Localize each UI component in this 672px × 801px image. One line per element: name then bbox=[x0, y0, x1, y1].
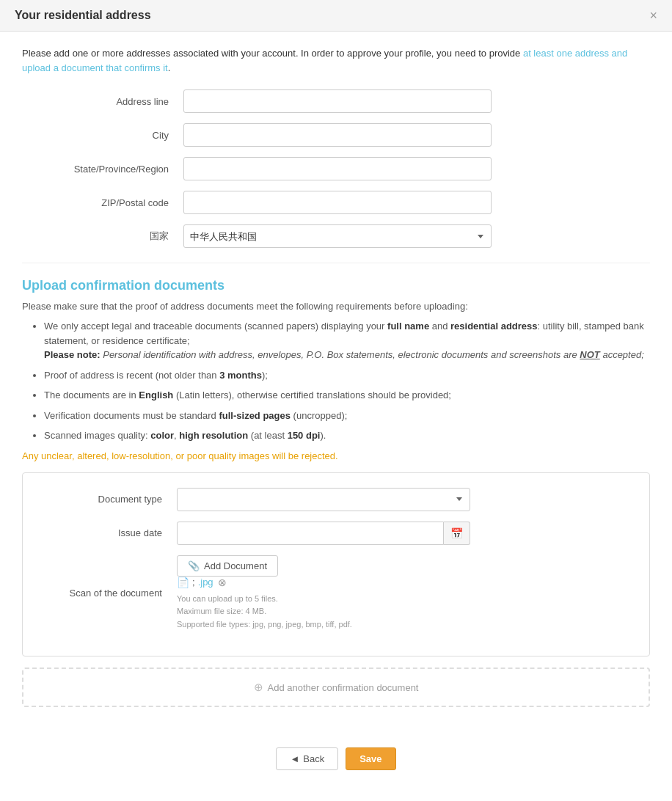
zip-label: ZIP/Postal code bbox=[22, 197, 183, 208]
save-button[interactable]: Save bbox=[346, 747, 395, 770]
requirement-item-1: We only accept legal and traceable docum… bbox=[44, 319, 650, 362]
add-document-label: Add Document bbox=[204, 560, 267, 571]
back-chevron-icon: ◄ bbox=[290, 753, 299, 764]
bold-color: color bbox=[150, 430, 174, 441]
modal-footer: ◄ Back Save bbox=[0, 736, 672, 789]
file-item: 📄 ; .jpg ⊗ bbox=[177, 577, 352, 588]
intro-text: Please add one or more addresses associa… bbox=[22, 46, 650, 75]
file-doc-icon: 📄 bbox=[177, 577, 189, 588]
state-input[interactable] bbox=[183, 157, 492, 180]
doc-type-label: Document type bbox=[45, 494, 177, 505]
document-card: Document type Issue date 📅 Scan of the d… bbox=[22, 472, 650, 657]
intro-text-after: . bbox=[168, 62, 171, 73]
intro-text-before: Please add one or more addresses associa… bbox=[22, 48, 523, 59]
address-line-label: Address line bbox=[22, 96, 183, 107]
modal-header: Your residential address × bbox=[0, 0, 672, 32]
city-input[interactable] bbox=[183, 123, 492, 147]
file-name: .jpg bbox=[198, 577, 213, 588]
bold-high-resolution: high resolution bbox=[179, 430, 248, 441]
upload-intro: Please make sure that the proof of addre… bbox=[22, 301, 650, 312]
requirement-item-4: Verification documents must be standard … bbox=[44, 409, 650, 423]
scan-group: Scan of the document 📎 Add Document 📄 ; … bbox=[45, 555, 627, 632]
rejection-note: Any unclear, altered, low-resolution, or… bbox=[22, 450, 650, 461]
add-another-section[interactable]: ⊕ Add another confirmation document bbox=[22, 668, 650, 707]
country-group: 国家 中华人民共和国 bbox=[22, 224, 650, 248]
paperclip-icon: 📎 bbox=[188, 560, 200, 571]
upload-section-title: Upload confirmation documents bbox=[22, 278, 650, 293]
bold-english: English bbox=[139, 389, 173, 400]
close-button[interactable]: × bbox=[649, 9, 657, 22]
calendar-icon: 📅 bbox=[450, 527, 463, 539]
issue-date-label: Issue date bbox=[45, 527, 177, 538]
requirement-item-3: The documents are in English (Latin lett… bbox=[44, 388, 650, 403]
bold-full-name: full name bbox=[387, 321, 429, 332]
add-another-button[interactable]: ⊕ Add another confirmation document bbox=[254, 681, 419, 694]
upload-note-line3: Supported file types: jpg, png, jpeg, bm… bbox=[177, 620, 352, 629]
section-divider bbox=[22, 263, 650, 263]
not-accepted-text: NOT bbox=[580, 349, 599, 360]
calendar-button[interactable]: 📅 bbox=[444, 522, 470, 545]
state-group: State/Province/Region bbox=[22, 157, 650, 180]
modal-body: Please add one or more addresses associa… bbox=[0, 32, 672, 736]
scan-label: Scan of the document bbox=[45, 588, 177, 599]
file-prefix: ; bbox=[192, 577, 195, 588]
upload-note: You can upload up to 5 files. Maximum fi… bbox=[177, 593, 352, 632]
modal-title: Your residential address bbox=[15, 9, 151, 22]
back-label: Back bbox=[303, 753, 324, 764]
address-line-input[interactable] bbox=[183, 89, 492, 113]
requirements-list: We only accept legal and traceable docum… bbox=[22, 319, 650, 443]
upload-note-line1: You can upload up to 5 files. bbox=[177, 594, 278, 603]
add-document-button[interactable]: 📎 Add Document bbox=[177, 555, 278, 577]
plus-circle-icon: ⊕ bbox=[254, 681, 263, 694]
please-note-label: Please note: bbox=[44, 349, 101, 360]
bold-150dpi: 150 dpi bbox=[288, 430, 321, 441]
city-group: City bbox=[22, 123, 650, 147]
doc-type-group: Document type bbox=[45, 488, 627, 511]
requirement-item-2: Proof of address is recent (not older th… bbox=[44, 368, 650, 383]
country-label: 国家 bbox=[22, 230, 183, 243]
scan-upload-area: 📎 Add Document 📄 ; .jpg ⊗ You can upload… bbox=[177, 555, 352, 632]
state-label: State/Province/Region bbox=[22, 164, 183, 175]
add-another-label: Add another confirmation document bbox=[268, 682, 419, 693]
bold-residential-address: residential address bbox=[450, 321, 538, 332]
file-remove-button[interactable]: ⊗ bbox=[218, 577, 227, 588]
bold-3-months: 3 months bbox=[219, 370, 262, 381]
date-input-wrap: 📅 bbox=[177, 522, 470, 545]
issue-date-group: Issue date 📅 bbox=[45, 522, 627, 545]
requirement-item-5: Scanned images quality: color, high reso… bbox=[44, 428, 650, 443]
city-label: City bbox=[22, 130, 183, 141]
upload-note-line2: Maximum file size: 4 MB. bbox=[177, 607, 266, 615]
back-button[interactable]: ◄ Back bbox=[276, 747, 338, 770]
doc-type-select[interactable] bbox=[177, 488, 470, 511]
issue-date-input[interactable] bbox=[177, 522, 444, 545]
zip-group: ZIP/Postal code bbox=[22, 191, 650, 214]
address-line-group: Address line bbox=[22, 89, 650, 113]
zip-input[interactable] bbox=[183, 191, 492, 214]
bold-full-sized: full-sized pages bbox=[219, 410, 291, 421]
modal-container: Your residential address × Please add on… bbox=[0, 0, 672, 801]
note-text: Personal identification with address, en… bbox=[103, 349, 644, 360]
country-select[interactable]: 中华人民共和国 bbox=[183, 224, 492, 248]
